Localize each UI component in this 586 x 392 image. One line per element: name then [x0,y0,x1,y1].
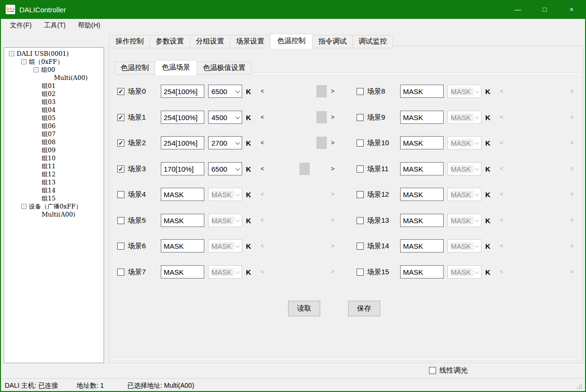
main-tab-0[interactable]: 操作控制 [109,35,150,48]
color-temp-select[interactable]: 6500 [208,85,242,98]
menu-tools[interactable]: 工具(T) [38,19,72,32]
scene-checkbox[interactable]: 场景15 [357,268,400,277]
scene-checkbox[interactable]: 场景14 [357,242,400,251]
scroll-left-icon[interactable]: < [258,85,266,97]
main-tab-5[interactable]: 指令调试 [312,35,353,48]
scene-checkbox[interactable]: ✓场景2 [117,139,161,148]
tree-item-12[interactable]: 组09 [4,146,104,154]
sub-tab-2[interactable]: 色温极值设置 [197,61,252,75]
read-button[interactable]: 读取 [288,301,320,316]
scroll-right-icon[interactable]: > [329,111,337,123]
scene-checkbox[interactable]: 场景10 [357,139,400,148]
tree-item-2[interactable]: -组00 [4,66,104,74]
tree-item-16[interactable]: 组13 [4,178,104,186]
temp-scrollbar[interactable]: <> [258,111,337,123]
scene-level-input[interactable] [400,162,444,175]
tree-item-14[interactable]: 组11 [4,162,104,170]
scene-level-input[interactable] [400,188,444,201]
scene-checkbox[interactable]: ✓场景0 [117,87,161,96]
scene-checkbox[interactable]: ✓场景1 [117,113,161,122]
scene-level-input[interactable] [161,136,204,149]
tree-item-0[interactable]: -DALI USB(0001) [4,50,104,58]
main-tab-3[interactable]: 场景设置 [230,35,271,48]
scene-checkbox[interactable]: 场景6 [117,242,161,251]
tree-collapse-icon[interactable]: - [34,67,39,72]
temp-scrollbar[interactable]: <> [258,85,337,97]
tree-item-4[interactable]: 组01 [4,82,104,90]
color-temp-select[interactable]: 6500 [208,162,242,175]
tree-collapse-icon[interactable]: - [21,204,26,209]
device-tree-panel: -DALI USB(0001)-组（0xFF）-组00Multi(A00)组01… [4,47,104,363]
linear-dimming-checkbox[interactable]: 线性调光 [429,366,468,375]
tree-item-17[interactable]: 组14 [4,186,104,194]
close-button[interactable]: × [558,0,585,19]
tree-item-5[interactable]: 组02 [4,90,104,98]
scroll-right-icon[interactable]: > [329,85,337,97]
scroll-left-icon[interactable]: < [258,163,266,175]
menu-help[interactable]: 帮助(H) [72,19,106,32]
scrollbar-thumb[interactable] [316,137,327,149]
scene-level-input[interactable] [161,265,204,279]
tree-item-11[interactable]: 组08 [4,138,104,146]
scene-checkbox[interactable]: 场景11 [357,165,400,174]
scroll-right-icon: > [568,137,576,149]
scene-level-input[interactable] [161,85,204,98]
scroll-left-icon[interactable]: < [258,111,266,123]
tree-item-6[interactable]: 组03 [4,98,104,106]
tree-item-9[interactable]: 组06 [4,122,104,130]
scene-checkbox[interactable]: 场景9 [357,113,400,122]
scene-level-input[interactable] [400,111,444,124]
sub-tab-1[interactable]: 色温场景 [155,60,197,75]
tree-item-18[interactable]: 组15 [4,194,104,202]
scene-checkbox[interactable]: 场景7 [117,268,161,277]
maximize-button[interactable]: □ [531,0,558,19]
scrollbar-thumb[interactable] [299,163,310,175]
scroll-right-icon[interactable]: > [329,137,337,149]
tree-item-7[interactable]: 组04 [4,106,104,114]
minimize-button[interactable]: — [504,0,531,19]
scene-level-input[interactable] [161,239,204,253]
resize-grip-icon[interactable] [576,383,583,390]
scene-checkbox[interactable]: 场景8 [357,87,400,96]
scroll-left-icon[interactable]: < [258,137,266,149]
main-tab-4[interactable]: 色温控制 [270,34,313,49]
scene-level-input[interactable] [400,265,444,279]
main-tab-6[interactable]: 调试监控 [352,35,393,48]
scene-level-input[interactable] [400,136,444,149]
scene-checkbox[interactable]: 场景5 [117,216,161,225]
tree-item-1[interactable]: -组（0xFF） [4,58,104,66]
scene-level-input[interactable] [161,188,204,201]
tree-item-3[interactable]: Multi(A00) [4,74,104,82]
tree-collapse-icon[interactable]: - [21,59,26,64]
main-tab-2[interactable]: 分组设置 [190,35,230,48]
tree-item-15[interactable]: 组12 [4,170,104,178]
tree-item-13[interactable]: 组10 [4,154,104,162]
scrollbar-thumb[interactable] [316,85,327,97]
scroll-right-icon: > [568,85,576,97]
tree-item-10[interactable]: 组07 [4,130,104,138]
scene-checkbox[interactable]: 场景4 [117,190,161,199]
sub-tab-0[interactable]: 色温控制 [114,61,155,75]
scrollbar-thumb[interactable] [316,111,327,123]
save-button[interactable]: 保存 [348,301,380,316]
scene-level-input[interactable] [161,162,204,175]
color-temp-select[interactable]: 4500 [208,111,242,124]
tree-item-8[interactable]: 组05 [4,114,104,122]
color-temp-select[interactable]: 2700 [208,136,242,149]
tree-item-20[interactable]: Multi(A00) [4,210,104,218]
scroll-right-icon[interactable]: > [329,163,337,175]
scene-checkbox[interactable]: 场景12 [357,190,400,199]
temp-scrollbar[interactable]: <> [258,163,337,175]
menu-file[interactable]: 文件(F) [4,19,38,32]
scene-level-input[interactable] [400,239,444,253]
scene-level-input[interactable] [400,85,444,98]
scene-level-input[interactable] [400,214,444,227]
main-tab-1[interactable]: 参数设置 [149,35,190,48]
tree-item-19[interactable]: -设备（广播0xFF） [4,202,104,210]
temp-scrollbar[interactable]: <> [258,137,337,149]
scene-checkbox[interactable]: 场景13 [357,216,400,225]
scene-level-input[interactable] [161,111,204,124]
scene-level-input[interactable] [161,214,204,227]
scene-checkbox[interactable]: ✓场景3 [117,165,161,174]
tree-collapse-icon[interactable]: - [9,51,14,56]
